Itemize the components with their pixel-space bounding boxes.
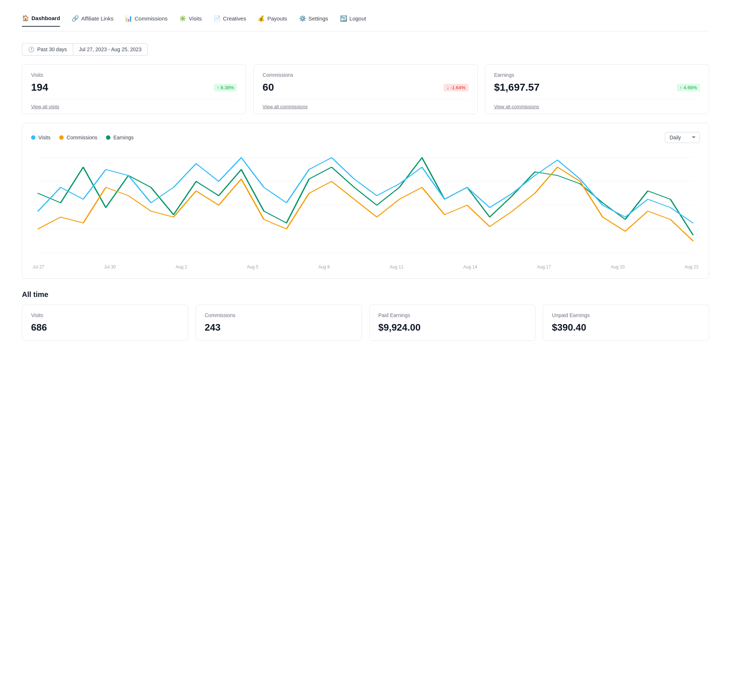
badge-text: 4.66%	[684, 85, 697, 90]
stat-value: 194	[31, 82, 48, 93]
stat-label: Visits	[31, 72, 237, 78]
clock-icon: 🕐	[28, 46, 34, 52]
commissions-icon: 📊	[125, 15, 132, 22]
affiliate-links-icon: 🔗	[72, 15, 79, 22]
alltime-card-value: 243	[205, 322, 353, 333]
stat-badge: ↓ -1.64%	[444, 84, 468, 91]
alltime-visits: Visits 686	[22, 304, 188, 341]
stat-label: Earnings	[494, 72, 700, 78]
alltime-card-value: $9,924.00	[378, 322, 526, 333]
line-chart	[31, 150, 700, 260]
creatives-icon: 📄	[213, 15, 221, 22]
nav-item-dashboard[interactable]: 🏠Dashboard	[22, 15, 60, 27]
logout-icon: ↩️	[340, 15, 347, 22]
commissions-legend: Commissions	[59, 135, 97, 140]
nav-item-settings[interactable]: ⚙️Settings	[299, 15, 328, 26]
nav-item-creatives[interactable]: 📄Creatives	[213, 15, 246, 26]
payouts-label: Payouts	[267, 15, 287, 22]
stat-value: 60	[263, 82, 274, 93]
logout-label: Logout	[349, 15, 366, 22]
alltime-card-label: Unpaid Earnings	[552, 312, 700, 318]
chart-card: Visits Commissions Earnings Daily Weekly…	[22, 123, 709, 279]
x-label: Aug 20	[611, 265, 625, 269]
commissions-legend-label: Commissions	[66, 135, 97, 140]
alltime-cards-row: Visits 686 Commissions 243 Paid Earnings…	[22, 304, 709, 341]
stat-link[interactable]: View all commissions	[263, 99, 468, 114]
stat-badge: ↑ 4.66%	[677, 84, 700, 91]
affiliate-links-label: Affiliate Links	[81, 15, 113, 22]
period-selector[interactable]: 🕐 Past 30 days	[22, 43, 73, 56]
earnings-legend-label: Earnings	[113, 135, 134, 140]
badge-text: -1.64%	[450, 85, 465, 90]
stat-badge: ↑ 8.38%	[214, 84, 237, 91]
nav-item-affiliate-links[interactable]: 🔗Affiliate Links	[72, 15, 113, 26]
main-nav: 🏠Dashboard🔗Affiliate Links📊Commissions✳️…	[22, 15, 709, 31]
stat-cards-row: Visits 194 ↑ 8.38% View all visits Commi…	[22, 65, 709, 114]
alltime-title: All time	[22, 290, 709, 299]
stat-value-row: 194 ↑ 8.38%	[31, 82, 237, 93]
x-label: Jul 30	[104, 265, 116, 269]
commissions-card: Commissions 60 ↓ -1.64% View all commiss…	[253, 65, 477, 114]
badge-arrow: ↑	[217, 85, 219, 90]
alltime-card-value: 686	[31, 322, 179, 333]
x-label: Aug 11	[390, 265, 404, 269]
nav-item-payouts[interactable]: 💰Payouts	[258, 15, 287, 26]
x-label: Aug 17	[537, 265, 551, 269]
visits-legend-label: Visits	[38, 135, 50, 140]
x-label: Aug 14	[464, 265, 477, 269]
stat-link[interactable]: View all visits	[31, 99, 237, 114]
settings-label: Settings	[308, 15, 328, 22]
visits-icon: ✳️	[179, 15, 186, 22]
stat-value: $1,697.57	[494, 82, 540, 93]
commissions-legend-dot	[59, 135, 64, 140]
nav-item-visits[interactable]: ✳️Visits	[179, 15, 202, 26]
stat-label: Commissions	[263, 72, 468, 78]
visits-legend-dot	[31, 135, 35, 140]
alltime-unpaid-earnings: Unpaid Earnings $390.40	[543, 304, 709, 341]
earnings-legend-dot	[106, 135, 110, 140]
earnings-legend: Earnings	[106, 135, 134, 140]
date-filter: 🕐 Past 30 days Jul 27, 2023 - Aug 25, 20…	[22, 43, 709, 56]
alltime-paid-earnings: Paid Earnings $9,924.00	[369, 304, 536, 341]
payouts-icon: 💰	[258, 15, 265, 22]
chart-interval-select[interactable]: Daily Weekly Monthly	[665, 132, 700, 143]
alltime-section: All time Visits 686 Commissions 243 Paid…	[22, 290, 709, 341]
creatives-label: Creatives	[223, 15, 246, 22]
date-range-text: Jul 27, 2023 - Aug 25, 2023	[79, 46, 141, 52]
alltime-card-label: Paid Earnings	[378, 312, 526, 318]
nav-item-commissions[interactable]: 📊Commissions	[125, 15, 167, 26]
settings-icon: ⚙️	[299, 15, 306, 22]
dashboard-label: Dashboard	[31, 15, 60, 21]
dashboard-icon: 🏠	[22, 15, 29, 22]
visits-legend: Visits	[31, 135, 50, 140]
period-label: Past 30 days	[37, 46, 67, 52]
visits-label: Visits	[189, 15, 202, 22]
earnings-card: Earnings $1,697.57 ↑ 4.66% View all comm…	[485, 65, 709, 114]
alltime-card-label: Commissions	[205, 312, 353, 318]
x-label: Aug 8	[319, 265, 330, 269]
stat-link[interactable]: View all commissions	[494, 99, 700, 114]
badge-arrow: ↑	[680, 85, 683, 90]
stat-value-row: $1,697.57 ↑ 4.66%	[494, 82, 700, 93]
alltime-card-value: $390.40	[552, 322, 700, 333]
chart-legend: Visits Commissions Earnings	[31, 135, 134, 140]
x-label: Aug 23	[685, 265, 699, 269]
chart-header: Visits Commissions Earnings Daily Weekly…	[31, 132, 700, 143]
badge-arrow: ↓	[447, 85, 449, 90]
commissions-label: Commissions	[135, 15, 167, 22]
alltime-commissions: Commissions 243	[195, 304, 362, 341]
x-label: Aug 5	[247, 265, 258, 269]
x-label: Jul 27	[32, 265, 44, 269]
nav-item-logout[interactable]: ↩️Logout	[340, 15, 366, 26]
alltime-card-label: Visits	[31, 312, 179, 318]
stat-value-row: 60 ↓ -1.64%	[263, 82, 468, 93]
visits-card: Visits 194 ↑ 8.38% View all visits	[22, 65, 246, 114]
x-label: Aug 2	[176, 265, 187, 269]
date-range-display[interactable]: Jul 27, 2023 - Aug 25, 2023	[73, 43, 148, 56]
badge-text: 8.38%	[220, 85, 234, 90]
